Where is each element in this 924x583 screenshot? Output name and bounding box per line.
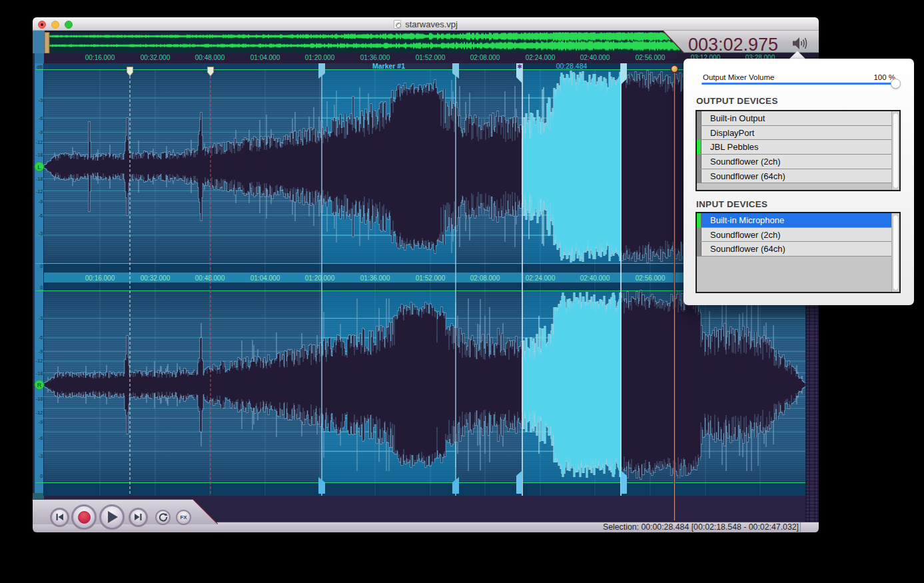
svg-text:02:56.000: 02:56.000 — [636, 275, 666, 282]
svg-text:01:52.000: 01:52.000 — [416, 275, 446, 282]
svg-text:02:24.000: 02:24.000 — [526, 275, 556, 282]
svg-text:-18: -18 — [36, 152, 43, 158]
svg-text:-3: -3 — [39, 315, 43, 321]
svg-text:01:36.000: 01:36.000 — [360, 275, 390, 282]
svg-text:00:32.000: 00:32.000 — [141, 275, 171, 282]
svg-text:-3: -3 — [39, 231, 43, 237]
svg-text:-6: -6 — [39, 213, 43, 219]
svg-text:-18: -18 — [36, 396, 43, 402]
svg-text:-9: -9 — [39, 419, 43, 425]
svg-text:-3: -3 — [39, 453, 43, 459]
svg-text:00:16.000: 00:16.000 — [85, 275, 115, 282]
svg-text:-9: -9 — [39, 129, 43, 135]
svg-text:Marker #1: Marker #1 — [372, 63, 405, 70]
svg-text:-3: -3 — [39, 97, 43, 103]
svg-text:00:28.484: 00:28.484 — [556, 63, 588, 70]
svg-text:-12: -12 — [36, 139, 43, 145]
svg-text:0: 0 — [40, 285, 43, 291]
svg-text:0: 0 — [40, 263, 43, 269]
svg-text:-18: -18 — [36, 176, 43, 182]
svg-text:L: L — [37, 164, 41, 171]
svg-text:-18: -18 — [36, 370, 43, 376]
svg-text:01:20.000: 01:20.000 — [305, 275, 335, 282]
svg-text:-6: -6 — [39, 334, 43, 340]
svg-text:dB: dB — [37, 64, 43, 70]
svg-text:-9: -9 — [39, 199, 43, 205]
svg-text:R: R — [37, 382, 42, 388]
svg-text:00:48.000: 00:48.000 — [195, 275, 225, 282]
svg-text:-9: -9 — [39, 348, 43, 354]
svg-text:-12: -12 — [36, 410, 43, 416]
svg-text:02:40.000: 02:40.000 — [580, 275, 610, 282]
svg-text:✱: ✱ — [517, 63, 522, 70]
svg-text:0: 0 — [40, 473, 43, 479]
svg-text:-6: -6 — [39, 435, 43, 441]
svg-text:-6: -6 — [39, 115, 43, 121]
svg-text:-12: -12 — [36, 358, 43, 364]
svg-text:-12: -12 — [36, 189, 43, 195]
svg-text:01:04.000: 01:04.000 — [250, 275, 280, 282]
svg-text:02:08.000: 02:08.000 — [470, 275, 500, 282]
